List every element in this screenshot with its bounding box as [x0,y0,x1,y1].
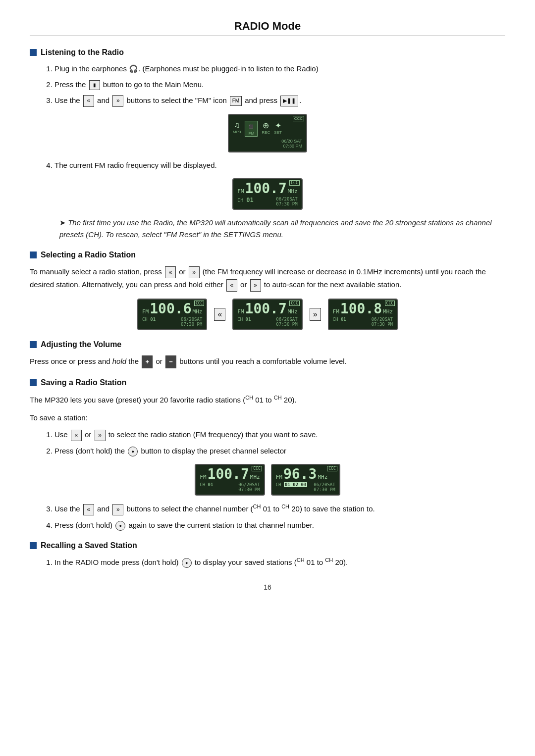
saving-step-2: Press (don't hold) the ● button to displ… [54,445,505,457]
rewind-icon: « [83,95,94,106]
play-icon: ▶❚❚ [280,96,298,106]
listening-steps: Plug in the earphones 🎧. (Earphones must… [54,63,505,107]
listening-step-2: Press the ▮ button to go to the Main Men… [54,79,505,91]
fm-icon-item: ◾ FM [245,121,258,137]
mp3-icon-item: ♫ MP3 [233,121,241,137]
rewind-icon-save3: « [83,504,94,515]
section-bullet-3 [30,341,37,348]
listening-step-3: Use the « and » buttons to select the "F… [54,95,505,107]
circle-button-icon-3: ● [182,558,192,568]
set-icon-item: ✦ SET [274,121,282,137]
saving-step-3: Use the « and » buttons to select the ch… [54,503,505,515]
circle-button-icon-2: ● [115,521,125,531]
fm-screens-trio: CCC FM 100.6 MHz CH 01 06/20SAT07:30 PM … [30,299,505,331]
page-title: RADIO Mode [30,20,505,36]
section-volume: Adjusting the Volume [30,340,505,349]
freq-value: 100.7 [245,182,287,196]
fm-screen-row-1: CCC FM 100.7 MHz CH 01 06/20SAT07:30 PM [30,178,505,210]
section-bullet-5 [30,542,37,549]
listening-step-4: The current FM radio frequency will be d… [54,159,505,171]
selecting-body: To manually select a radio station, pres… [30,265,505,291]
main-menu-screen: CCC ♫ MP3 ◾ FM ⊕ REC ✦ SET 06/20 SAT07:3… [228,114,307,152]
menu-button-icon: ▮ [89,80,100,90]
listening-step4-list: The current FM radio frequency will be d… [54,159,505,171]
mhz-label: MHz [288,188,298,195]
date-display: 06/20SAT07:30 PM [276,197,297,206]
recalling-step-1: In the RADIO mode press (don't hold) ● t… [54,556,505,568]
fm-screen-1007c: CCC FM 100.7 MHz CH 01 06/20SAT07:30 PM [195,464,265,496]
fforward-icon-2: » [189,266,200,278]
minus-icon: − [165,355,176,368]
section-listening: Listening to the Radio [30,48,505,57]
screen-bottom: CH 01 06/20SAT07:30 PM [237,197,297,206]
fm-icon-inline: FM [230,96,242,106]
listening-step-1: Plug in the earphones 🎧. (Earphones must… [54,63,505,75]
recalling-steps: In the RADIO mode press (don't hold) ● t… [54,556,505,568]
fforward-icon-save1: » [95,430,106,441]
fforward-between-icon: » [310,308,321,321]
rec-icon-item: ⊕ REC [262,121,270,137]
listening-note: The first time you use the Radio, the MP… [59,217,505,241]
main-menu-icons: ♫ MP3 ◾ FM ⊕ REC ✦ SET [233,121,302,137]
saving-step-4: Press (don't hold) ● again to save the c… [54,519,505,531]
rewind-icon-3: « [226,279,237,291]
plus-icon: + [142,355,153,368]
fforward-icon: » [112,95,123,106]
section-bullet [30,49,37,56]
section-saving: Saving a Radio Station [30,378,505,387]
fforward-icon-save3: » [112,504,123,515]
fforward-icon-3: » [250,279,261,291]
to-save-label: To save a station: [30,411,505,424]
section-bullet-2 [30,252,37,258]
saving-step-1: Use « or » to select the radio station (… [54,429,505,441]
volume-body: Press once or press and hold the + or − … [30,355,505,368]
page-number: 16 [30,583,505,591]
fm-label: FM [237,188,244,196]
rewind-icon-save1: « [71,430,82,441]
section-selecting: Selecting a Radio Station [30,251,505,259]
ch-label: CH 01 [237,197,254,206]
circle-button-icon: ● [128,447,138,456]
ccc-badge-7: CCC [327,466,337,471]
ccc-badge-6: CCC [252,466,262,471]
section-recalling: Recalling a Saved Station [30,541,505,550]
ccc-badge: CCC [293,116,304,121]
fm-screens-pair: CCC FM 100.7 MHz CH 01 06/20SAT07:30 PM … [30,464,505,496]
fm-screen-1006: CCC FM 100.6 MHz CH 01 06/20SAT07:30 PM [137,299,207,331]
fm-screen-1007: CCC FM 100.7 MHz CH 01 06/20SAT07:30 PM [232,178,302,210]
section-bullet-4 [30,379,37,386]
fm-screen-1007b: CCC FM 100.7 MHz CH 01 06/20SAT07:30 PM [232,299,302,331]
fm-screen-963: CCC FM 96.3 MHz CH 01 02 03 06/20SAT07:3… [271,464,340,496]
saving-steps-continued: Use the « and » buttons to select the ch… [54,503,505,531]
main-menu-screen-row: CCC ♫ MP3 ◾ FM ⊕ REC ✦ SET 06/20 SAT07:3… [30,114,505,152]
ccc-badge-2: CCC [289,180,299,186]
rewind-between-icon: « [214,308,225,321]
saving-steps: Use « or » to select the radio station (… [54,429,505,457]
rewind-icon-2: « [165,266,176,278]
fm-screen-1008: CCC FM 100.8 MHz CH 01 06/20SAT07:30 PM [328,299,398,331]
saving-intro: The MP320 lets you save (preset) your 20… [30,393,505,406]
menu-date: 06/20 SAT07:30 PM [233,139,302,149]
ccc-badge-4: CCC [289,301,299,306]
ccc-badge-5: CCC [385,301,395,306]
ccc-badge-3: CCC [194,301,204,306]
